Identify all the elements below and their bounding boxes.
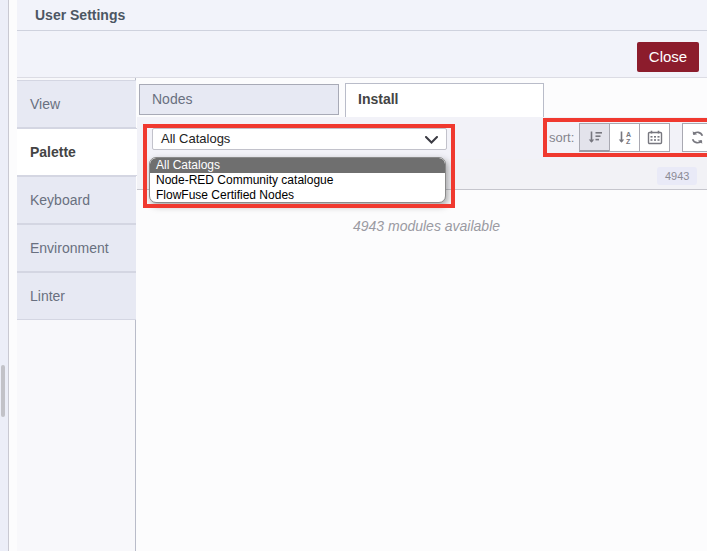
dialog-header: User Settings bbox=[17, 0, 707, 31]
sort-label: sort: bbox=[549, 130, 574, 145]
sort-alpha-icon: A Z bbox=[617, 130, 633, 145]
calendar-icon bbox=[647, 130, 663, 145]
svg-text:Z: Z bbox=[626, 138, 631, 145]
catalog-option-flowfuse[interactable]: FlowFuse Certified Nodes bbox=[150, 188, 445, 203]
sidebar-item-keyboard[interactable]: Keyboard bbox=[17, 176, 136, 224]
close-button[interactable]: Close bbox=[637, 42, 699, 72]
catalog-dropdown-list: All Catalogs Node-RED Community catalogu… bbox=[149, 157, 446, 203]
user-settings-dialog: User Settings Close View Palette Keyboar… bbox=[8, 0, 707, 551]
chevron-down-icon bbox=[425, 136, 438, 144]
sort-button-group: A Z bbox=[580, 123, 670, 152]
catalog-option-all[interactable]: All Catalogs bbox=[150, 158, 445, 173]
catalog-select[interactable]: All Catalogs bbox=[152, 128, 447, 150]
sidebar-item-linter[interactable]: Linter bbox=[17, 272, 136, 320]
module-count-badge: 4943 bbox=[657, 167, 697, 185]
user-settings-dialog-screen: User Settings Close View Palette Keyboar… bbox=[0, 0, 707, 551]
tab-nodes[interactable]: Nodes bbox=[139, 84, 339, 115]
sidebar-item-palette[interactable]: Palette bbox=[17, 128, 137, 176]
sort-alphabetical-button[interactable]: A Z bbox=[609, 123, 640, 152]
catalog-select-value: All Catalogs bbox=[161, 131, 230, 146]
refresh-catalog-button[interactable] bbox=[682, 123, 707, 152]
sort-amount-icon bbox=[587, 130, 603, 145]
svg-text:A: A bbox=[626, 131, 631, 138]
modules-available-text: 4943 modules available bbox=[137, 218, 707, 234]
dialog-button-row bbox=[17, 31, 707, 78]
tab-install[interactable]: Install bbox=[345, 83, 544, 117]
page-scrollbar-thumb[interactable] bbox=[1, 365, 5, 417]
sidebar-item-environment[interactable]: Environment bbox=[17, 224, 136, 272]
sort-by-downloads-button[interactable] bbox=[579, 123, 610, 152]
refresh-icon bbox=[690, 130, 705, 145]
sidebar-item-view[interactable]: View bbox=[17, 80, 136, 128]
dialog-title: User Settings bbox=[35, 0, 125, 31]
catalog-option-community[interactable]: Node-RED Community catalogue bbox=[150, 173, 445, 188]
sort-by-date-button[interactable] bbox=[639, 123, 670, 152]
